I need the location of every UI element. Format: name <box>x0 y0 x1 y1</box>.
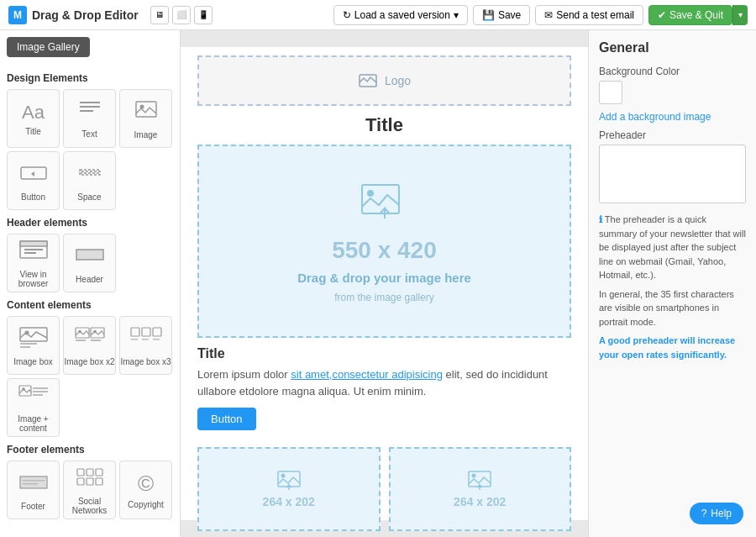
info-text-1: ℹ The preheader is a quick summary of yo… <box>599 213 746 282</box>
svg-rect-17 <box>20 346 30 348</box>
dropdown-arrow-icon: ▾ <box>454 9 459 21</box>
copyright-label: Copyright <box>128 500 164 509</box>
load-saved-label: Load a saved version <box>354 9 450 21</box>
svg-rect-32 <box>33 387 48 389</box>
app-title: Drag & Drop Editor <box>32 8 139 22</box>
svg-rect-1 <box>80 106 100 108</box>
element-text[interactable]: Text <box>63 89 116 148</box>
svg-rect-18 <box>76 328 89 338</box>
send-icon: ✉ <box>544 9 553 21</box>
title-label: Title <box>25 127 41 136</box>
svg-point-47 <box>367 190 374 197</box>
element-image-box[interactable]: Image box <box>7 316 60 375</box>
button-label: Button <box>21 192 45 202</box>
send-test-label: Send a test email <box>556 9 634 21</box>
image-box-icon <box>18 325 50 354</box>
small-image-icon-1 <box>276 470 302 492</box>
info-text-1-content: The preheader is a quick summary of your… <box>599 214 746 280</box>
save-button[interactable]: 💾 Save <box>473 5 530 25</box>
save-quit-label: Save & Quit <box>669 9 723 21</box>
svg-rect-22 <box>76 340 86 341</box>
svg-rect-46 <box>362 185 399 213</box>
svg-rect-40 <box>87 469 93 476</box>
canvas-area: Logo Title 550 x 420 Drag & drop your im… <box>181 30 588 537</box>
svg-rect-10 <box>24 249 43 250</box>
small-image-icon-2 <box>467 470 492 492</box>
content-link[interactable]: sit amet,consectetur adipisicing <box>291 368 443 381</box>
content-elements-title: Content elements <box>7 299 173 311</box>
svg-rect-11 <box>24 252 36 254</box>
svg-rect-16 <box>20 343 37 345</box>
preheader-textarea[interactable] <box>599 145 746 203</box>
canvas-title[interactable]: Title <box>181 114 588 136</box>
social-networks-label: Social Networks <box>64 497 115 515</box>
load-saved-button[interactable]: ↻ Load a saved version ▾ <box>333 5 468 25</box>
svg-rect-9 <box>20 241 47 246</box>
window-monitor-btn[interactable]: 🖥 <box>150 6 169 24</box>
image-icon <box>134 98 159 127</box>
help-icon: ? <box>701 508 707 519</box>
bg-color-label: Background Color <box>599 66 746 77</box>
view-browser-label: View in browser <box>8 270 59 288</box>
element-image[interactable]: Image <box>119 89 172 148</box>
help-button[interactable]: ? Help <box>690 503 743 524</box>
element-space[interactable]: Space <box>63 151 116 210</box>
canvas-logo[interactable]: Logo <box>197 55 571 106</box>
svg-rect-44 <box>96 478 102 485</box>
space-label: Space <box>77 192 101 202</box>
element-image-box-x2[interactable]: Image box x2 <box>63 316 116 375</box>
save-icon: 💾 <box>482 9 495 21</box>
send-test-button[interactable]: ✉ Send a test email <box>535 5 643 25</box>
window-tablet-btn[interactable]: ⬜ <box>172 6 191 24</box>
element-footer[interactable]: Footer <box>7 461 60 519</box>
canvas-small-image-2[interactable]: 264 x 202 <box>389 447 572 531</box>
help-label: Help <box>711 508 732 519</box>
design-elements-grid: Aa Title Text Image Button <box>7 89 173 210</box>
canvas-content-title: Title <box>197 346 571 361</box>
canvas-image-size: 550 x 420 <box>332 237 437 264</box>
element-title[interactable]: Aa Title <box>7 89 60 148</box>
svg-rect-27 <box>131 339 138 340</box>
logo-text: Logo <box>385 74 411 87</box>
text-label: Text <box>81 129 97 139</box>
topbar: M Drag & Drop Editor 🖥 ⬜ 📱 ↻ Load a save… <box>0 0 756 30</box>
element-button[interactable]: Button <box>7 151 60 210</box>
image-content-icon <box>18 382 50 411</box>
save-quit-button[interactable]: ✔ Save & Quit <box>648 5 732 25</box>
header-icon <box>74 243 106 271</box>
svg-rect-37 <box>23 480 45 482</box>
bg-color-box[interactable] <box>599 81 622 104</box>
svg-point-49 <box>281 474 285 478</box>
canvas-content-button[interactable]: Button <box>197 408 256 430</box>
element-view-browser[interactable]: View in browser <box>7 234 60 292</box>
canvas-drag-text: Drag & drop your image here <box>297 271 471 285</box>
checkmark-icon: ✔ <box>658 9 666 21</box>
content-text-before: Lorem ipsum dolor <box>197 368 291 381</box>
image-box-x3-icon <box>130 325 162 354</box>
space-icon <box>77 161 102 189</box>
small-image-size-2: 264 x 202 <box>454 495 506 508</box>
image-gallery-button[interactable]: Image Gallery <box>7 37 90 57</box>
window-mobile-btn[interactable]: 📱 <box>194 6 213 24</box>
save-quit-dropdown[interactable]: ▾ <box>732 5 748 25</box>
element-image-box-x3[interactable]: Image box x3 <box>119 316 172 375</box>
button-icon <box>18 161 50 189</box>
save-label: Save <box>498 9 521 21</box>
svg-rect-6 <box>80 170 100 171</box>
header-elements-title: Header elements <box>7 217 173 229</box>
element-social-networks[interactable]: Social Networks <box>63 461 116 519</box>
header-label: Header <box>76 275 103 284</box>
save-quit-group: ✔ Save & Quit ▾ <box>648 5 748 25</box>
canvas-small-image-1[interactable]: 264 x 202 <box>197 447 381 531</box>
element-image-content[interactable]: Image + content <box>7 378 60 437</box>
design-elements-title: Design Elements <box>7 72 173 84</box>
canvas-image-drop[interactable]: 550 x 420 Drag & drop your image here fr… <box>197 145 571 338</box>
window-controls: 🖥 ⬜ 📱 <box>150 6 213 24</box>
copyright-icon: © <box>138 471 154 497</box>
element-copyright[interactable]: © Copyright <box>119 461 172 519</box>
svg-rect-42 <box>77 478 84 485</box>
add-bg-link[interactable]: Add a background image <box>599 111 746 123</box>
element-header[interactable]: Header <box>63 234 116 292</box>
topbar-actions: ↻ Load a saved version ▾ 💾 Save ✉ Send a… <box>333 5 748 25</box>
svg-rect-3 <box>136 102 156 117</box>
